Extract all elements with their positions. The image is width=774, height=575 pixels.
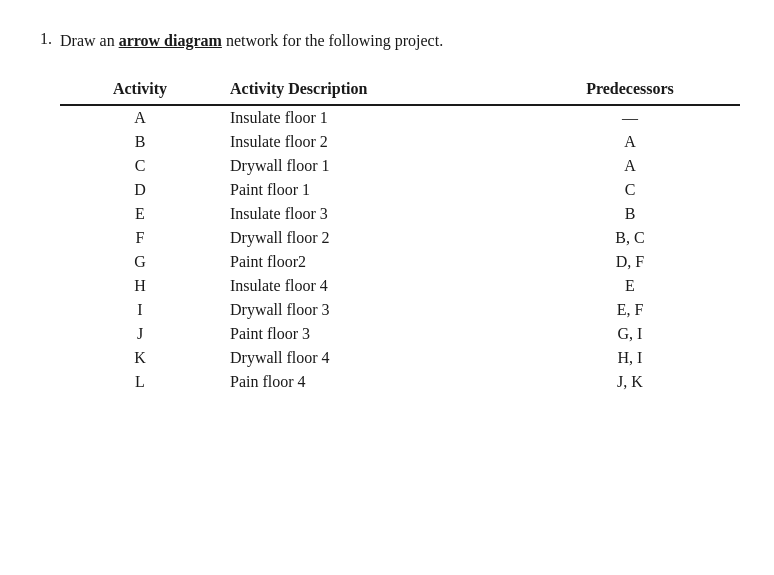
- cell-activity: K: [60, 346, 220, 370]
- cell-activity: H: [60, 274, 220, 298]
- cell-predecessors: D, F: [520, 250, 740, 274]
- cell-predecessors: B, C: [520, 226, 740, 250]
- cell-activity: C: [60, 154, 220, 178]
- cell-description: Paint floor 3: [220, 322, 520, 346]
- header-predecessors: Predecessors: [520, 80, 740, 105]
- cell-activity: G: [60, 250, 220, 274]
- table-row: CDrywall floor 1A: [60, 154, 740, 178]
- cell-activity: B: [60, 130, 220, 154]
- cell-activity: F: [60, 226, 220, 250]
- cell-predecessors: G, I: [520, 322, 740, 346]
- table-row: FDrywall floor 2B, C: [60, 226, 740, 250]
- cell-description: Drywall floor 2: [220, 226, 520, 250]
- cell-predecessors: A: [520, 130, 740, 154]
- table-row: LPain floor 4J, K: [60, 370, 740, 394]
- table-row: AInsulate floor 1—: [60, 105, 740, 130]
- cell-description: Pain floor 4: [220, 370, 520, 394]
- table-row: JPaint floor 3G, I: [60, 322, 740, 346]
- cell-predecessors: E: [520, 274, 740, 298]
- cell-activity: L: [60, 370, 220, 394]
- cell-predecessors: E, F: [520, 298, 740, 322]
- cell-predecessors: B: [520, 202, 740, 226]
- cell-predecessors: A: [520, 154, 740, 178]
- table-row: DPaint floor 1C: [60, 178, 740, 202]
- underline-text: arrow diagram: [119, 32, 222, 49]
- table-row: GPaint floor2D, F: [60, 250, 740, 274]
- cell-activity: D: [60, 178, 220, 202]
- cell-description: Insulate floor 2: [220, 130, 520, 154]
- header-activity: Activity: [60, 80, 220, 105]
- cell-activity: I: [60, 298, 220, 322]
- cell-predecessors: C: [520, 178, 740, 202]
- cell-description: Insulate floor 1: [220, 105, 520, 130]
- cell-predecessors: J, K: [520, 370, 740, 394]
- cell-description: Drywall floor 4: [220, 346, 520, 370]
- cell-description: Paint floor2: [220, 250, 520, 274]
- cell-predecessors: H, I: [520, 346, 740, 370]
- table-row: HInsulate floor 4E: [60, 274, 740, 298]
- cell-description: Paint floor 1: [220, 178, 520, 202]
- question-container: 1. Draw an arrow diagram network for the…: [40, 30, 734, 52]
- table-header-row: Activity Activity Description Predecesso…: [60, 80, 740, 105]
- question-number: 1.: [40, 30, 52, 48]
- table-row: KDrywall floor 4H, I: [60, 346, 740, 370]
- header-description: Activity Description: [220, 80, 520, 105]
- cell-predecessors: —: [520, 105, 740, 130]
- cell-activity: A: [60, 105, 220, 130]
- table-container: Activity Activity Description Predecesso…: [60, 80, 734, 394]
- table-row: BInsulate floor 2A: [60, 130, 740, 154]
- cell-activity: J: [60, 322, 220, 346]
- activity-table: Activity Activity Description Predecesso…: [60, 80, 740, 394]
- cell-description: Insulate floor 3: [220, 202, 520, 226]
- cell-description: Drywall floor 1: [220, 154, 520, 178]
- cell-activity: E: [60, 202, 220, 226]
- cell-description: Drywall floor 3: [220, 298, 520, 322]
- question-text: Draw an arrow diagram network for the fo…: [60, 30, 443, 52]
- table-row: EInsulate floor 3B: [60, 202, 740, 226]
- cell-description: Insulate floor 4: [220, 274, 520, 298]
- table-row: IDrywall floor 3E, F: [60, 298, 740, 322]
